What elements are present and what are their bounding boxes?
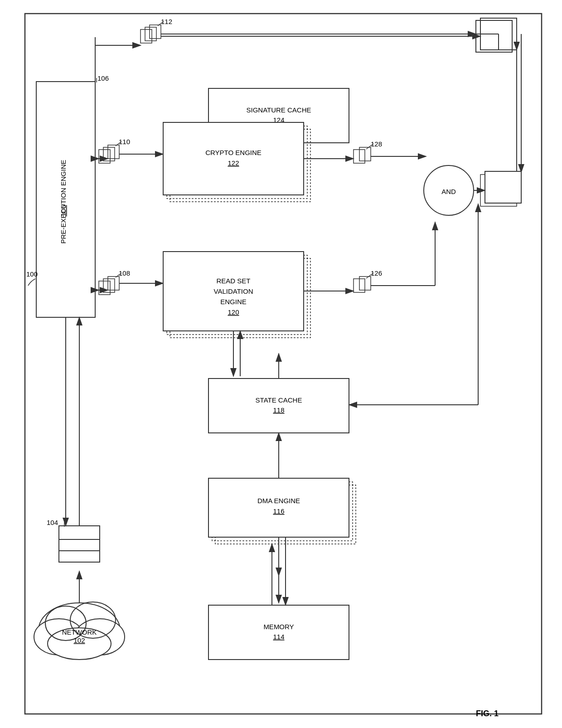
svg-rect-49: [208, 379, 349, 433]
pre-execution-label: PRE-EXECUTION ENGINE: [59, 160, 67, 243]
read-set-label1: READ SET: [216, 277, 250, 285]
svg-rect-11: [59, 539, 100, 551]
svg-rect-41: [163, 122, 304, 195]
svg-rect-72: [476, 20, 512, 52]
system-ref: 100: [26, 270, 38, 278]
queue-108: 108: [95, 269, 163, 295]
network-component: NETWORK 102: [34, 571, 125, 660]
signature-cache-label: SIGNATURE CACHE: [246, 106, 311, 114]
network-label: NETWORK: [62, 628, 97, 636]
pre-execution-engine: PRE-EXECUTION ENGINE 106 106: [36, 74, 109, 317]
state-cache: STATE CACHE 118: [208, 354, 453, 433]
output-box-top: [476, 18, 517, 190]
queue-104: 104: [47, 317, 100, 562]
svg-rect-85: [485, 171, 521, 203]
crypto-engine-label: CRYPTO ENGINE: [205, 149, 262, 156]
pre-execution-ref: 106: [59, 205, 67, 216]
dma-engine-ref: 116: [273, 507, 284, 515]
dma-engine: DMA ENGINE 116: [208, 433, 356, 603]
svg-rect-12: [59, 551, 100, 562]
queue-126: 126: [354, 222, 435, 292]
memory-label: MEMORY: [263, 623, 294, 631]
queue128-ref: 128: [371, 140, 382, 148]
queue104-ref: 104: [47, 519, 58, 526]
network-ref: 102: [73, 636, 85, 644]
fig-label: FIG. 1: [476, 709, 499, 718]
state-cache-ref: 118: [273, 406, 284, 414]
crypto-engine: CRYPTO ENGINE 122: [163, 122, 354, 202]
read-set-ref: 120: [228, 308, 239, 316]
and-gate-label: AND: [441, 188, 456, 195]
queue-110: 110: [95, 138, 163, 163]
diagram: NETWORK 102 104 PRE-EXECUTION ENGINE 106…: [0, 0, 562, 728]
queue108-ref: 108: [119, 269, 130, 277]
read-set-label2: VALIDATION: [214, 287, 253, 295]
queue110-ref: 110: [119, 138, 130, 146]
read-set-validation: READ SET VALIDATION ENGINE 120: [163, 252, 354, 376]
pre-execution-outside-ref: 106: [97, 74, 109, 82]
svg-rect-10: [59, 526, 100, 539]
crypto-engine-ref: 122: [228, 159, 239, 167]
read-set-label3: ENGINE: [220, 298, 247, 306]
state-cache-label: STATE CACHE: [256, 396, 302, 404]
svg-rect-58: [208, 605, 349, 660]
queue-128: 128: [354, 140, 426, 163]
queue112-ref: 112: [161, 18, 172, 25]
dma-engine-label: DMA ENGINE: [257, 497, 300, 505]
memory-ref: 114: [273, 633, 284, 641]
queue126-ref: 126: [371, 269, 382, 277]
